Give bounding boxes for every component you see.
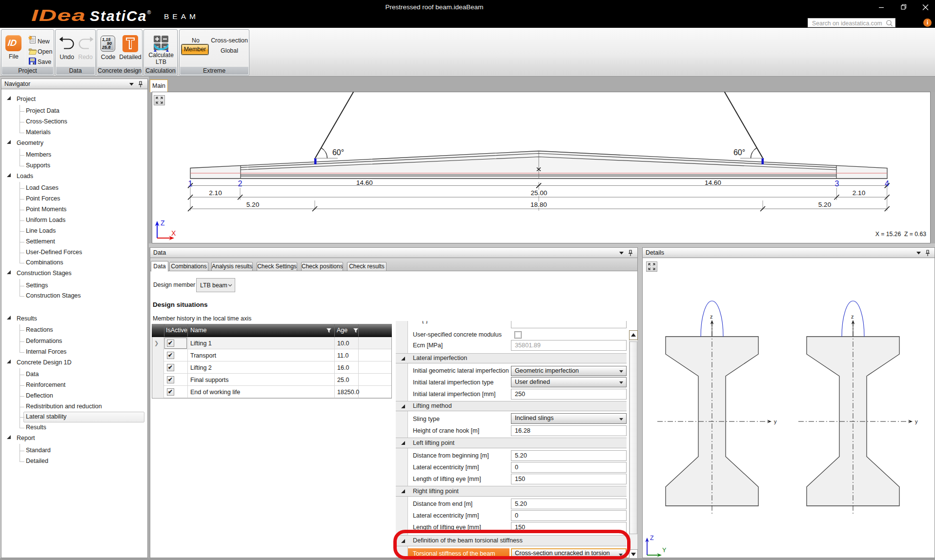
svg-text:2.10: 2.10: [853, 189, 865, 197]
svg-text:1: 1: [188, 180, 193, 188]
svg-text:14.60: 14.60: [705, 179, 721, 186]
svg-text:14.60: 14.60: [356, 179, 373, 186]
svg-text:60°: 60°: [733, 148, 745, 157]
svg-text:25.00: 25.00: [531, 189, 548, 197]
svg-text:y: y: [915, 419, 918, 424]
svg-text:60°: 60°: [332, 148, 344, 157]
svg-text:z: z: [851, 314, 854, 320]
svg-text:3: 3: [835, 180, 839, 188]
svg-text:5.20: 5.20: [246, 201, 259, 208]
svg-text:4: 4: [885, 180, 889, 188]
svg-text:Z: Z: [650, 535, 654, 541]
svg-text:y: y: [774, 419, 777, 424]
svg-text:Y: Y: [662, 547, 667, 554]
svg-text:2: 2: [238, 180, 243, 188]
svg-text:X = 15.26 Z = 0.63: X = 15.26 Z = 0.63: [875, 231, 927, 238]
svg-text:Z: Z: [161, 219, 165, 227]
svg-text:z: z: [710, 314, 713, 320]
svg-text:2.10: 2.10: [209, 189, 222, 197]
svg-text:5.20: 5.20: [818, 201, 831, 208]
svg-text:18.80: 18.80: [530, 201, 547, 208]
svg-text:X: X: [171, 229, 176, 237]
